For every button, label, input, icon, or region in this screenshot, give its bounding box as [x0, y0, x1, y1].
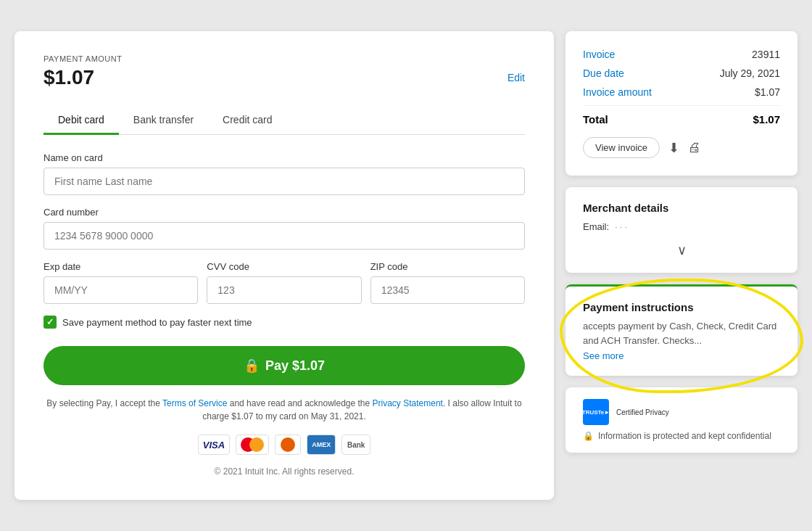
exp-date-label: Exp date: [44, 261, 198, 272]
payment-instructions-card: Payment instructions accepts payment by …: [566, 284, 798, 376]
card-details-row: Exp date CVV code ZIP code: [44, 261, 525, 316]
invoice-amount-row: Invoice amount $1.07: [583, 86, 780, 98]
name-on-card-group: Name on card: [44, 152, 525, 195]
view-invoice-button[interactable]: View invoice: [583, 137, 660, 158]
amount-row: $1.07 Edit: [44, 66, 525, 89]
save-payment-label: Save payment method to pay faster next t…: [62, 317, 252, 328]
cvv-input[interactable]: [207, 276, 361, 304]
download-icon[interactable]: ⬇: [668, 140, 679, 156]
zip-group: ZIP code: [370, 261, 525, 304]
cvv-label: CVV code: [207, 261, 361, 272]
merchant-email-label: Email:: [583, 221, 609, 232]
card-number-input[interactable]: [44, 222, 525, 250]
privacy-link[interactable]: Privacy Statement: [373, 398, 443, 408]
cvv-group: CVV code: [207, 261, 361, 304]
name-on-card-label: Name on card: [44, 152, 525, 163]
card-number-group: Card number: [44, 207, 525, 250]
merchant-email-row: Email: · · ·: [583, 221, 780, 232]
truste-logo: TRUSTe►: [583, 399, 609, 425]
due-date-row: Due date July 29, 2021: [583, 67, 780, 79]
save-payment-row: Save payment method to pay faster next t…: [44, 316, 525, 329]
truste-text: Certified Privacy: [616, 408, 669, 417]
disclaimer-before: By selecting Pay, I accept the: [46, 398, 162, 408]
total-value: $1.07: [753, 113, 780, 125]
merchant-email-value: · · ·: [615, 222, 627, 232]
payment-amount-value: $1.07: [44, 66, 94, 89]
bank-icon: Bank: [341, 435, 370, 455]
payment-form-card: PAYMENT AMOUNT $1.07 Edit Debit card Ban…: [14, 31, 554, 500]
zip-label: ZIP code: [370, 261, 525, 272]
secure-text: Information is protected and kept confid…: [598, 431, 771, 441]
pay-button[interactable]: 🔒 Pay $1.07: [44, 346, 525, 385]
instructions-wrapper: Payment instructions accepts payment by …: [566, 284, 798, 387]
discover-icon: [275, 435, 301, 455]
chevron-down-icon: ∨: [677, 242, 687, 258]
secure-lock-icon: 🔒: [583, 431, 594, 441]
instructions-text: accepts payment by Cash, Check, Credit C…: [583, 319, 780, 347]
payment-amount-label: PAYMENT AMOUNT: [44, 54, 525, 63]
invoice-total-row: Total $1.07: [583, 105, 780, 125]
name-on-card-input[interactable]: [44, 168, 525, 195]
save-payment-checkbox[interactable]: [44, 316, 57, 329]
page-wrapper: PAYMENT AMOUNT $1.07 Edit Debit card Ban…: [14, 31, 798, 500]
see-more-link[interactable]: See more: [583, 350, 780, 361]
certified-privacy-label: Certified Privacy: [616, 408, 669, 417]
tos-link[interactable]: Terms of Service: [162, 398, 227, 408]
right-panel: Invoice 23911 Due date July 29, 2021 Inv…: [566, 31, 798, 500]
due-date-value: July 29, 2021: [720, 67, 780, 79]
payment-icons-row: VISA AMEX Bank: [44, 435, 525, 455]
secure-row: 🔒 Information is protected and kept conf…: [583, 431, 780, 441]
edit-link[interactable]: Edit: [508, 72, 525, 83]
visa-icon: VISA: [198, 435, 230, 455]
disclaimer-middle: and have read and acknowledge the: [227, 398, 372, 408]
invoice-amount-value: $1.07: [755, 86, 780, 98]
tab-bank-transfer[interactable]: Bank transfer: [119, 107, 208, 135]
zip-input[interactable]: [370, 276, 525, 304]
disclaimer-text: By selecting Pay, I accept the Terms of …: [44, 397, 525, 423]
print-icon[interactable]: 🖨: [688, 140, 701, 155]
due-date-label: Due date: [583, 67, 624, 79]
invoice-card: Invoice 23911 Due date July 29, 2021 Inv…: [566, 31, 798, 176]
exp-date-group: Exp date: [44, 261, 198, 304]
amex-icon: AMEX: [307, 435, 336, 455]
invoice-amount-label: Invoice amount: [583, 86, 652, 98]
invoice-number-row: Invoice 23911: [583, 49, 780, 60]
lock-icon: 🔒: [244, 358, 260, 374]
merchant-title: Merchant details: [583, 202, 780, 214]
invoice-label: Invoice: [583, 49, 615, 60]
copyright-text: © 2021 Intuit Inc. All rights reserved.: [44, 466, 525, 477]
trust-card: TRUSTe► Certified Privacy 🔒 Information …: [566, 387, 798, 453]
mastercard-icon: [236, 435, 269, 455]
instructions-title: Payment instructions: [583, 301, 780, 313]
invoice-value: 23911: [752, 49, 780, 60]
merchant-expand-button[interactable]: ∨: [583, 239, 780, 258]
card-number-label: Card number: [44, 207, 525, 218]
merchant-card: Merchant details Email: · · · ∨: [566, 187, 798, 273]
tab-debit-card[interactable]: Debit card: [44, 107, 119, 135]
pay-button-label: Pay $1.07: [265, 358, 325, 374]
trust-row: TRUSTe► Certified Privacy: [583, 399, 780, 425]
payment-tabs: Debit card Bank transfer Credit card: [44, 107, 525, 135]
exp-date-input[interactable]: [44, 276, 198, 304]
total-label: Total: [583, 113, 608, 125]
invoice-actions: View invoice ⬇ 🖨: [583, 137, 780, 158]
tab-credit-card[interactable]: Credit card: [208, 107, 286, 135]
